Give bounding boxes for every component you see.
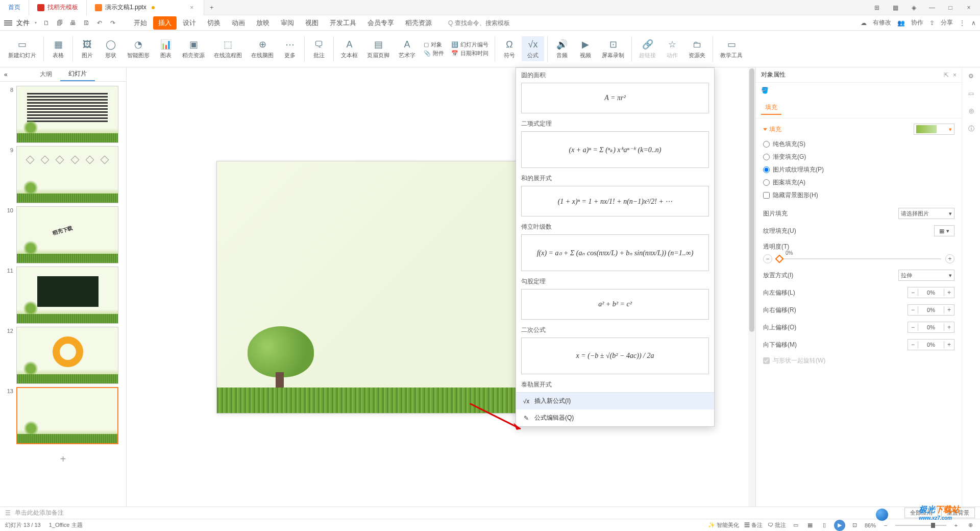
print-icon[interactable]: 🖶: [68, 18, 78, 28]
ribbon-attachment[interactable]: 📎 附件: [424, 50, 444, 57]
fit-window-icon[interactable]: ⊕: [966, 521, 975, 530]
close-button[interactable]: ×: [962, 4, 976, 11]
formula-preset-expansion[interactable]: (1 + x)ⁿ = 1 + nx/1! + n(n−1)x²/2! + ⋯: [521, 186, 709, 216]
checkbox-hide-bg[interactable]: 隐藏背景图形(H): [763, 191, 954, 200]
thumbnail-12[interactable]: 12: [4, 327, 122, 384]
grid-icon[interactable]: ▦: [888, 4, 902, 11]
tab-design[interactable]: 设计: [178, 16, 201, 30]
ribbon-table[interactable]: ▦表格: [47, 36, 69, 61]
ribbon-resources[interactable]: 🗀资源夹: [684, 36, 709, 61]
radio-gradient-fill[interactable]: 渐变填充(G): [763, 153, 954, 161]
undo-icon[interactable]: ↶: [95, 18, 104, 28]
formula-preset-binomial[interactable]: (x + a)ⁿ = Σ (ⁿₖ) xᵏaⁿ⁻ᵏ (k=0..n): [521, 131, 709, 168]
new-icon[interactable]: 🗋: [42, 18, 51, 28]
ribbon-screen-record[interactable]: ⊡屏幕录制: [598, 36, 628, 61]
ribbon-datetime[interactable]: 📅 日期和时间: [451, 50, 488, 57]
pin-icon[interactable]: ⇱: [944, 71, 949, 79]
collapse-ribbon-icon[interactable]: ∧: [971, 19, 976, 27]
notes-toggle[interactable]: ☰ 备注: [744, 521, 763, 529]
ribbon-flowchart[interactable]: ⬚在线流程图: [210, 36, 246, 61]
close-icon[interactable]: ×: [953, 71, 957, 79]
fill-section-title[interactable]: 填充 ▾: [763, 124, 954, 135]
coop-label[interactable]: 协作: [911, 18, 923, 27]
share-label[interactable]: 分享: [941, 18, 953, 27]
thumbnail-9[interactable]: 9: [4, 146, 122, 203]
formula-preset-area[interactable]: A = πr²: [521, 83, 709, 113]
offset-top-spinner[interactable]: −0%+: [908, 322, 954, 333]
ribbon-slide-number[interactable]: 🔢 幻灯片编号: [451, 41, 488, 49]
tab-docell-templates[interactable]: 找稻壳模板: [29, 0, 87, 15]
ribbon-shapes[interactable]: ◯形状: [100, 36, 122, 61]
minus-button[interactable]: −: [908, 289, 918, 296]
thumbnail-list[interactable]: 8 9 10稻壳下载 11 12 13 +: [0, 82, 126, 506]
props-category-icon[interactable]: 🪣: [756, 83, 962, 98]
skin-icon[interactable]: ◈: [906, 4, 921, 11]
zoom-value[interactable]: 86%: [865, 522, 876, 528]
zoom-handle[interactable]: [931, 523, 935, 528]
ribbon-symbol[interactable]: Ω符号: [498, 36, 521, 61]
maximize-button[interactable]: □: [943, 4, 958, 11]
fill-tab[interactable]: 填充: [761, 101, 781, 115]
texture-fill-select[interactable]: ▦ ▾: [934, 225, 954, 236]
plus-button[interactable]: +: [945, 254, 954, 263]
ribbon-more[interactable]: ⋯更多: [279, 36, 301, 61]
notes-placeholder[interactable]: 单击此处添加备注: [15, 509, 64, 517]
sorter-view-icon[interactable]: ▦: [805, 521, 815, 530]
tab-slideshow[interactable]: 放映: [251, 16, 275, 30]
offset-bottom-spinner[interactable]: −0%+: [908, 339, 954, 350]
ribbon-smartart[interactable]: ◔智能图形: [123, 36, 154, 61]
tab-view[interactable]: 视图: [300, 16, 324, 30]
ribbon-comment[interactable]: 🗨批注: [308, 36, 330, 61]
info-icon[interactable]: ⓘ: [968, 125, 974, 133]
print-preview-icon[interactable]: 🖻: [82, 18, 91, 28]
layout-icon[interactable]: ⊞: [870, 4, 884, 11]
minus-button[interactable]: −: [908, 341, 918, 348]
redo-icon[interactable]: ↷: [108, 18, 117, 28]
insert-new-formula[interactable]: √x 插入新公式(I): [516, 393, 714, 409]
minimize-button[interactable]: —: [925, 4, 939, 11]
minus-button[interactable]: −: [908, 306, 918, 313]
ribbon-teaching-tools[interactable]: ▭教学工具: [716, 36, 747, 61]
ribbon-new-slide[interactable]: ▭新建幻灯片: [4, 36, 40, 61]
ribbon-docell-res[interactable]: ▣稻壳资源: [178, 36, 209, 61]
ribbon-wordart[interactable]: A艺术字: [395, 36, 420, 61]
settings-icon[interactable]: ⚙: [968, 73, 974, 80]
placement-select[interactable]: 拉伸▾: [898, 270, 954, 281]
reading-view-icon[interactable]: ▯: [820, 521, 829, 530]
ribbon-object[interactable]: ▢ 对象: [424, 41, 444, 49]
tab-slides[interactable]: 幻灯片: [60, 67, 95, 81]
formula-preset-pythagoras[interactable]: a² + b² = c²: [521, 289, 709, 320]
formula-preset-quadratic[interactable]: x = (−b ± √(b² − 4ac)) / 2a: [521, 337, 709, 374]
tab-transition[interactable]: 切换: [202, 16, 226, 30]
ribbon-hyperlink[interactable]: 🔗超链接: [635, 36, 660, 61]
radio-picture-fill[interactable]: 图片或纹理填充(P): [763, 165, 954, 174]
collapse-icon[interactable]: «: [4, 71, 8, 78]
formula-preset-fourier[interactable]: f(x) = a₀ + Σ (aₙ cos(nπx/L) + bₙ sin(nπ…: [521, 234, 709, 271]
tab-review[interactable]: 审阅: [276, 16, 299, 30]
ribbon-chart[interactable]: 📊图表: [155, 36, 177, 61]
tab-presentation[interactable]: 演示文稿1.pptx ×: [87, 0, 204, 15]
ribbon-formula[interactable]: √x公式: [522, 36, 544, 61]
plus-button[interactable]: +: [944, 306, 954, 313]
hamburger-icon[interactable]: [4, 20, 12, 26]
fill-color-picker[interactable]: ▾: [914, 124, 954, 135]
slider-handle[interactable]: [775, 255, 784, 263]
ribbon-textbox[interactable]: A文本框: [337, 36, 362, 61]
ribbon-picture[interactable]: 🖼图片: [76, 36, 99, 61]
search-box[interactable]: Q: [448, 19, 516, 27]
thumbnail-8[interactable]: 8: [4, 86, 122, 143]
minus-button[interactable]: −: [763, 254, 772, 263]
vertical-scrollbar[interactable]: [748, 67, 755, 506]
zoom-in-button[interactable]: +: [951, 521, 961, 530]
ribbon-audio[interactable]: 🔊音频: [551, 36, 573, 61]
tab-outline[interactable]: 大纲: [32, 68, 60, 81]
ribbon-mindmap[interactable]: ⊕在线脑图: [247, 36, 278, 61]
tab-docell-resources[interactable]: 稻壳资源: [400, 16, 437, 30]
picture-fill-select[interactable]: 请选择图片▾: [898, 208, 954, 219]
more-icon[interactable]: ⋮: [959, 19, 965, 27]
zoom-out-button[interactable]: −: [881, 521, 890, 530]
offset-left-spinner[interactable]: −0%+: [908, 287, 954, 298]
slideshow-button[interactable]: ▶: [834, 520, 845, 531]
layout-icon[interactable]: ▭: [968, 90, 974, 97]
thumbnail-10[interactable]: 10稻壳下载: [4, 206, 122, 263]
